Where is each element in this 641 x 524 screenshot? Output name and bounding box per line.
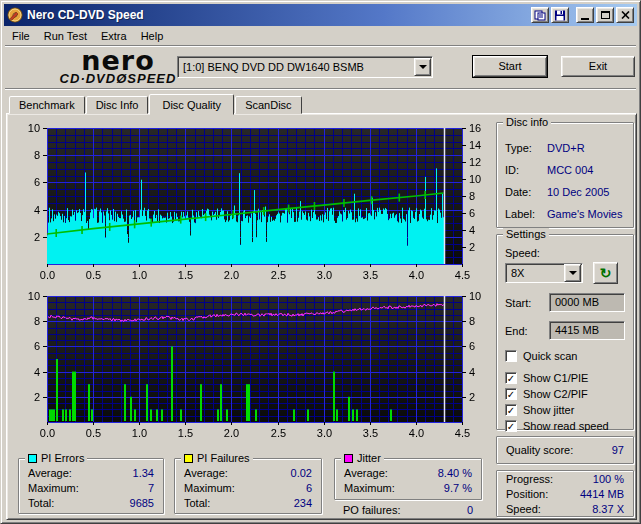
checkbox-box: ✓	[505, 420, 517, 432]
jitter-maximum-value: 9.7 %	[444, 481, 472, 496]
disc-label-label: Label:	[505, 203, 547, 225]
refresh-button[interactable]: ↻	[593, 262, 618, 284]
checkbox-label: Quick scan	[523, 350, 577, 362]
save-button[interactable]	[551, 7, 569, 23]
pi-errors-title: PI Errors	[41, 452, 84, 464]
pi-failures-total-label: Total:	[184, 496, 210, 511]
pi-errors-average-value: 1.34	[133, 466, 154, 481]
pi-failures-maximum-value: 6	[306, 481, 312, 496]
close-button[interactable]	[616, 7, 634, 23]
speed-label: Speed:	[505, 247, 633, 259]
speed-select[interactable]: 8X	[505, 263, 583, 283]
checkbox-show-read-speed[interactable]: ✓Show read speed	[505, 420, 633, 432]
close-icon	[621, 11, 630, 19]
disc-id-value: MCC 004	[547, 159, 593, 181]
start-field[interactable]: 0000 MB	[549, 293, 625, 312]
tab-disc-info[interactable]: Disc Info	[86, 96, 149, 114]
quality-score-value: 97	[612, 437, 624, 463]
minimize-icon	[581, 18, 589, 20]
tab-scandisc[interactable]: ScanDisc	[235, 96, 301, 114]
checkbox-show-c2-pif[interactable]: ✓Show C2/PIF	[505, 388, 633, 400]
checkbox-box: ✓	[505, 388, 517, 400]
pi-failures-title: PI Failures	[197, 452, 250, 464]
pi-errors-total-value: 9685	[130, 496, 154, 511]
checkbox-label: Show C1/PIE	[523, 372, 588, 384]
jitter-title: Jitter	[357, 452, 381, 464]
po-failures-row: PO failures: 0	[334, 503, 482, 518]
jitter-swatch	[344, 454, 353, 463]
checkbox-show-jitter[interactable]: ✓Show jitter	[505, 404, 633, 416]
menu-bar: File Run Test Extra Help	[5, 27, 636, 46]
maximize-button[interactable]	[596, 7, 614, 23]
pi-errors-chart	[13, 117, 491, 285]
window-title: Nero CD-DVD Speed	[27, 8, 529, 22]
checkbox-label: Show read speed	[523, 420, 609, 432]
progress-value: 100 %	[593, 472, 624, 487]
checkbox-label: Show jitter	[523, 404, 574, 416]
quality-score-label: Quality score:	[506, 437, 573, 463]
speed-readout-label: Speed:	[506, 502, 541, 517]
app-icon	[7, 7, 23, 23]
disc-date-value: 10 Dec 2005	[547, 181, 609, 203]
settings-title: Settings	[503, 228, 549, 240]
checkbox-show-c1-pie[interactable]: ✓Show C1/PIE	[505, 372, 633, 384]
checkbox-box: ✓	[505, 372, 517, 384]
report-button[interactable]	[531, 7, 549, 23]
disc-quality-panel: Disc info Type:DVD+R ID:MCC 004 Date:10 …	[6, 113, 637, 520]
po-failures-label: PO failures:	[343, 503, 400, 518]
menu-file[interactable]: File	[5, 28, 37, 44]
disc-info-title: Disc info	[503, 116, 551, 128]
speed-readout-value: 8.37 X	[592, 502, 624, 517]
pi-failures-chart	[13, 285, 491, 443]
end-field[interactable]: 4415 MB	[549, 321, 625, 340]
pi-failures-average-value: 0.02	[291, 466, 312, 481]
settings-group: Settings Speed: 8X ↻ Start: 0000 MB End:…	[496, 234, 634, 430]
checkbox-box	[505, 350, 517, 362]
disc-type-label: Type:	[505, 137, 547, 159]
pi-failures-average-label: Average:	[184, 466, 228, 481]
progress-label: Progress:	[506, 472, 553, 487]
start-button[interactable]: Start	[473, 56, 547, 77]
disc-info-group: Disc info Type:DVD+R ID:MCC 004 Date:10 …	[496, 122, 634, 228]
maximize-icon	[601, 11, 610, 19]
menu-help[interactable]: Help	[134, 28, 171, 44]
refresh-icon: ↻	[600, 265, 612, 281]
tab-benchmark[interactable]: Benchmark	[9, 96, 85, 114]
title-bar[interactable]: Nero CD-DVD Speed	[4, 4, 637, 26]
menu-extra[interactable]: Extra	[94, 28, 134, 44]
chevron-down-icon	[569, 271, 577, 279]
checkbox-quick-scan[interactable]: Quick scan	[505, 350, 633, 362]
quality-score-box: Quality score: 97	[496, 436, 634, 464]
disc-date-label: Date:	[505, 181, 547, 203]
jitter-maximum-label: Maximum:	[344, 481, 395, 496]
speed-dropdown-button[interactable]	[564, 264, 581, 282]
pi-failures-group: PI Failures Average:0.02 Maximum:6 Total…	[174, 458, 322, 514]
tab-strip: Benchmark Disc Info Disc Quality ScanDis…	[9, 93, 303, 114]
disc-info-rows: Type:DVD+R ID:MCC 004 Date:10 Dec 2005 L…	[497, 123, 633, 225]
pi-errors-swatch	[28, 454, 37, 463]
jitter-average-label: Average:	[344, 466, 388, 481]
drive-select-value: [1:0] BENQ DVD DD DW1640 BSMB	[178, 61, 414, 73]
pi-errors-maximum-value: 7	[148, 481, 154, 496]
disc-id-label: ID:	[505, 159, 547, 181]
checkbox-label: Show C2/PIF	[523, 388, 588, 400]
menu-run-test[interactable]: Run Test	[37, 28, 94, 44]
position-value: 4414 MB	[580, 487, 624, 502]
pi-errors-average-label: Average:	[28, 466, 72, 481]
app-window: Nero CD-DVD Speed	[0, 0, 641, 524]
disc-glyph: Ø	[116, 71, 127, 86]
speed-row: 8X ↻	[505, 262, 633, 284]
disc-label-value: Game's Movies	[547, 203, 622, 225]
report-icon	[534, 10, 546, 21]
header: nero CD·DVDØSPEED [1:0] BENQ DVD DD DW16…	[5, 48, 636, 89]
minimize-button[interactable]	[576, 7, 594, 23]
tab-disc-quality[interactable]: Disc Quality	[149, 94, 234, 115]
pi-errors-group: PI Errors Average:1.34 Maximum:7 Total:9…	[18, 458, 164, 514]
end-field-row: End: 4415 MB	[505, 321, 625, 340]
position-label: Position:	[506, 487, 548, 502]
drive-select-dropdown-button[interactable]	[414, 58, 431, 76]
start-field-row: Start: 0000 MB	[505, 293, 625, 312]
po-failures-value: 0	[467, 503, 473, 518]
drive-select[interactable]: [1:0] BENQ DVD DD DW1640 BSMB	[177, 56, 433, 78]
exit-button[interactable]: Exit	[561, 56, 635, 77]
